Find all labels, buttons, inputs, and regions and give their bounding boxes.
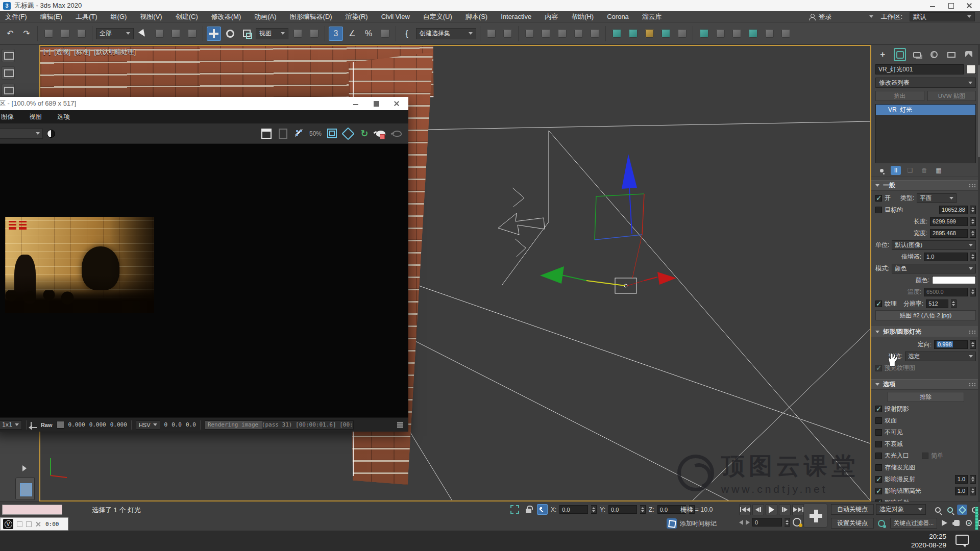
skylight-portal-checkbox[interactable]: [875, 453, 882, 459]
unlink-selection-icon[interactable]: [58, 27, 72, 41]
display-toggle-icon[interactable]: [713, 27, 727, 41]
step-back-icon[interactable]: [739, 520, 743, 525]
region-render-icon[interactable]: [326, 128, 338, 140]
double-sided-checkbox[interactable]: [875, 417, 882, 424]
go-to-end-button[interactable]: [792, 504, 804, 515]
maxscript-mini-listener[interactable]: [2, 505, 62, 515]
vray-toolbar-icon[interactable]: [746, 27, 760, 41]
on-checkbox[interactable]: [875, 195, 882, 202]
menu-corona[interactable]: Corona: [607, 13, 629, 20]
spinner-snap-icon[interactable]: [378, 27, 392, 41]
width-field[interactable]: 2895.468: [930, 229, 968, 238]
current-frame-field[interactable]: 0: [752, 518, 782, 527]
angle-snap-icon[interactable]: ∠: [345, 27, 359, 41]
targeted-checkbox[interactable]: [875, 207, 882, 213]
vfb-channels-icon[interactable]: [47, 130, 55, 138]
affect-specular-field[interactable]: 1.0: [955, 487, 968, 495]
menu-graph-editors[interactable]: 图形编辑器(D): [290, 12, 332, 21]
workspace-dropdown[interactable]: 默认: [910, 12, 975, 21]
pan-hand-icon[interactable]: [951, 518, 962, 528]
rendered-frame-window-icon[interactable]: [642, 27, 656, 41]
vfb-log-icon[interactable]: [397, 422, 403, 428]
previous-frame-button[interactable]: [752, 504, 764, 515]
play-button[interactable]: [766, 504, 777, 515]
mode-dropdown[interactable]: 颜色: [892, 264, 976, 273]
zoom-extents-icon[interactable]: [957, 505, 967, 515]
select-by-name-icon[interactable]: [152, 27, 166, 41]
vfb-menu-image[interactable]: 图像: [1, 113, 14, 121]
notification-icon[interactable]: [955, 535, 969, 545]
spinner[interactable]: [970, 340, 976, 349]
reference-coordinate-system-dropdown[interactable]: 视图: [256, 28, 288, 39]
undo-icon[interactable]: ↶: [3, 27, 17, 41]
maximize-icon[interactable]: [373, 100, 380, 107]
mini-close-icon[interactable]: [35, 521, 41, 527]
next-frame-button[interactable]: [779, 504, 791, 515]
step-forward-icon[interactable]: [746, 520, 750, 525]
vray-frame-buffer-window[interactable]: 区 - [100.0% of 689 x 517] 图像 视图 选项 50% ↻: [0, 97, 408, 432]
absolute-transform-icon[interactable]: [537, 504, 548, 515]
auto-key-button[interactable]: 自动关键点: [831, 504, 874, 515]
vfb-channel-dropdown[interactable]: [0, 129, 43, 139]
layout-tab-icon[interactable]: [2, 84, 15, 97]
minimize-icon[interactable]: [929, 2, 936, 9]
target-distance-field[interactable]: 10652.88: [939, 206, 968, 214]
minimize-icon[interactable]: [352, 100, 359, 107]
spinner[interactable]: [591, 505, 597, 514]
render-iterative-icon[interactable]: [675, 27, 689, 41]
toggle-layer-explorer-icon[interactable]: [538, 27, 553, 41]
snaps-toggle-icon[interactable]: 3: [329, 27, 343, 41]
menu-views[interactable]: 视图(V): [140, 12, 162, 21]
toggle-ribbon-icon[interactable]: [555, 27, 569, 41]
select-and-scale-icon[interactable]: [239, 27, 254, 41]
menu-civil-view[interactable]: Civil View: [381, 13, 410, 20]
time-configuration-icon[interactable]: [793, 518, 801, 527]
create-key-button[interactable]: [803, 504, 827, 528]
select-and-link-icon[interactable]: [41, 27, 56, 41]
render-last-icon[interactable]: [375, 128, 387, 140]
motion-tab-icon[interactable]: [928, 48, 941, 61]
menu-rendering[interactable]: 渲染(R): [346, 12, 368, 21]
rectangular-selection-region-icon[interactable]: [168, 27, 183, 41]
vray-progress-mini-window[interactable]: V 0:00: [0, 517, 68, 531]
y-coordinate-field[interactable]: 0.0: [608, 505, 637, 514]
spinner[interactable]: [970, 229, 976, 238]
go-to-start-button[interactable]: [739, 504, 751, 515]
spinner[interactable]: [785, 518, 790, 527]
modify-tab-icon[interactable]: [894, 48, 906, 61]
length-field[interactable]: 6299.599: [930, 217, 968, 226]
rollout-rect-light-header[interactable]: 矩形/圆形灯光: [871, 327, 980, 337]
redo-icon[interactable]: ↷: [19, 27, 34, 41]
mini-button-icon[interactable]: [17, 521, 22, 527]
copy-image-icon[interactable]: [277, 128, 289, 140]
scene-converter-icon[interactable]: [729, 27, 744, 41]
hsv-dropdown[interactable]: HSV: [136, 420, 160, 430]
schematic-view-icon[interactable]: [587, 27, 602, 41]
close-icon[interactable]: [393, 100, 400, 107]
affect-diffuse-field[interactable]: 1.0: [955, 475, 968, 484]
exclude-button[interactable]: 排除: [888, 392, 964, 402]
display-tab-icon[interactable]: [945, 48, 958, 61]
spinner[interactable]: [970, 206, 976, 214]
viewport-menu-general[interactable]: [+]: [43, 48, 51, 57]
orbit-icon[interactable]: [964, 518, 974, 528]
isolate-render-icon[interactable]: [342, 128, 354, 140]
track-mouse-icon[interactable]: [293, 128, 305, 140]
toggle-scene-explorer-icon[interactable]: [522, 27, 536, 41]
x-coordinate-field[interactable]: 0.0: [559, 505, 588, 514]
window-crossing-icon[interactable]: [185, 27, 199, 41]
select-object-icon[interactable]: [136, 27, 150, 41]
remove-modifier-icon[interactable]: 🗑: [919, 166, 929, 175]
pixel-ratio-dropdown[interactable]: 1x1: [0, 420, 22, 430]
multiplier-field[interactable]: 1.0: [924, 253, 968, 261]
menu-group[interactable]: 组(G): [111, 12, 127, 21]
viewport-menu-shading[interactable]: [默认明暗处理]: [94, 48, 136, 57]
active-layout-tab[interactable]: [15, 478, 35, 500]
menu-file[interactable]: 文件(F): [5, 12, 27, 21]
make-unique-icon[interactable]: ❏: [905, 166, 915, 175]
hierarchy-tab-icon[interactable]: [911, 48, 923, 61]
menu-content[interactable]: 内容: [545, 12, 558, 21]
menu-animation[interactable]: 动画(A): [254, 12, 276, 21]
show-end-result-icon[interactable]: II: [891, 166, 901, 175]
mirror-icon[interactable]: [484, 27, 498, 41]
